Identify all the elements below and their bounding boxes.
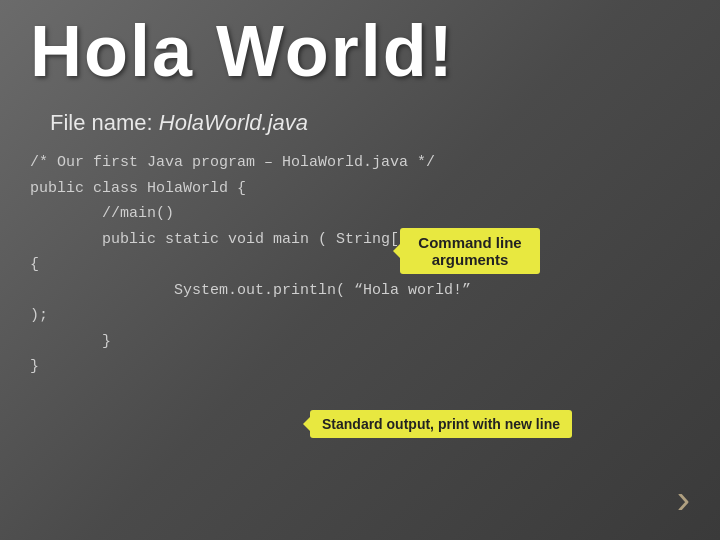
code-line-8: } bbox=[30, 329, 690, 355]
slide: Hola World! File name: HolaWorld.java /*… bbox=[0, 0, 720, 540]
file-label: File name: bbox=[50, 110, 153, 135]
code-line-7: ); bbox=[30, 303, 690, 329]
file-name-italic: HolaWorld.java bbox=[159, 110, 308, 135]
code-line-5: { bbox=[30, 252, 690, 278]
tooltip-command-line-arguments: Command line arguments bbox=[400, 228, 540, 274]
slide-title: Hola World! bbox=[30, 10, 455, 92]
code-line-9: } bbox=[30, 354, 690, 380]
code-line-4: public static void main ( String[] args … bbox=[30, 227, 690, 253]
file-name-line: File name: HolaWorld.java bbox=[50, 110, 308, 136]
next-chevron[interactable]: › bbox=[677, 477, 690, 522]
tooltip-standard-output: Standard output, print with new line bbox=[310, 410, 572, 438]
code-line-3: //main() bbox=[30, 201, 690, 227]
code-block: /* Our first Java program – HolaWorld.ja… bbox=[30, 150, 690, 380]
code-line-1: /* Our first Java program – HolaWorld.ja… bbox=[30, 150, 690, 176]
code-line-6: System.out.println( “Hola world!” bbox=[30, 278, 690, 304]
code-line-2: public class HolaWorld { bbox=[30, 176, 690, 202]
